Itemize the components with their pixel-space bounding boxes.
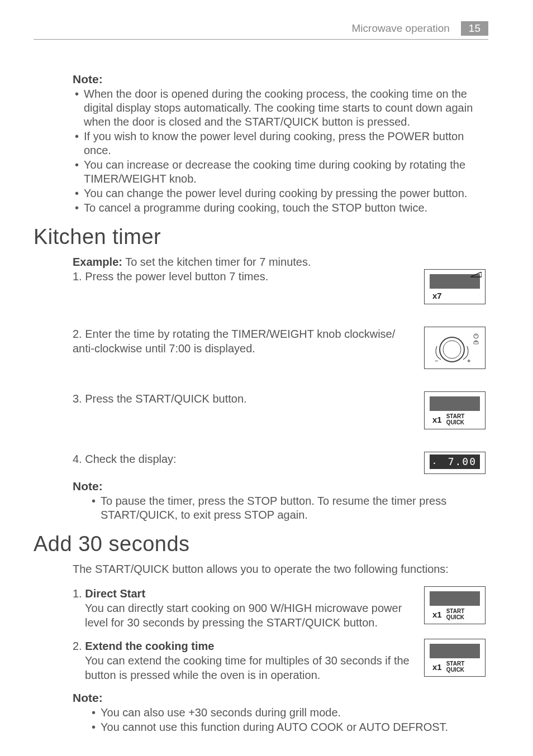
step-figure-knob: − + [421,327,488,369]
note-add30-item: You can also use +30 seconds during gril… [89,706,488,720]
note-label-kt: Note: [73,480,488,493]
timer-knob-icon: − + [427,331,483,365]
kitchen-timer-step: 2. Enter the time by rotating the TIMER/… [73,327,488,369]
startquick-line2: QUICK [446,419,465,425]
add30-intro: The START/QUICK button allows you to ope… [73,562,488,576]
step-text: 4. Check the display: [73,452,413,466]
note-label-add30: Note: [73,691,488,705]
startquick-line2: QUICK [446,667,465,673]
add30-title: Add 30 seconds [34,532,488,556]
note-top-item: If you wish to know the power level duri… [73,130,488,157]
svg-text:−: − [435,357,438,364]
press-count: x7 [432,291,442,300]
note-top-list: When the door is opened during the cooki… [73,87,488,215]
func-figure: x1 START QUICK [421,586,488,624]
step-body: Check the display: [85,453,176,465]
svg-text:+: + [467,357,470,364]
note-top-item: You can increase or decrease the cooking… [73,158,488,186]
example-text: To set the kitchen timer for 7 minutes. [122,256,311,268]
step-text: 3. Press the START/QUICK button. [73,391,413,406]
startquick-line2: QUICK [446,614,465,620]
note-add30-item: You cannot use this function during AUTO… [89,720,488,734]
step-num: 2. [73,328,82,340]
step-figure-button: x7 [421,269,488,304]
step-figure-startquick: x1 START QUICK [421,391,488,429]
func-text: You can directly start cooking on 900 W/… [73,601,411,630]
display-value: 7.00 [448,456,477,467]
svg-marker-0 [470,272,482,277]
kitchen-timer-example: Example: To set the kitchen timer for 7 … [73,255,488,269]
svg-point-2 [443,341,461,358]
kitchen-timer-title: Kitchen timer [34,225,488,249]
example-label: Example: [73,256,122,268]
func-text: You can extend the cooking time for mult… [73,653,411,682]
step-num: 4. [73,453,82,465]
press-count: x1 [432,610,442,619]
startquick-line1: START [446,413,465,419]
func-title: Extend the cooking time [85,640,214,652]
func-heading: 2. Extend the cooking time [73,639,411,653]
startquick-label: START QUICK [446,608,465,620]
step-body: Press the power level button 7 times. [85,270,268,283]
note-top-item: When the door is opened during the cooki… [73,87,488,129]
kitchen-timer-step: 1. Press the power level button 7 times.… [73,269,488,304]
step-num: 3. [73,393,82,405]
note-label-top: Note: [73,73,488,86]
func-heading: 1. Direct Start [73,586,411,601]
kitchen-timer-step: 3. Press the START/QUICK button. x1 STAR… [73,391,488,429]
func-title: Direct Start [85,587,145,600]
press-count: x1 [432,415,442,424]
svg-point-1 [440,337,464,362]
startquick-line1: START [446,661,465,667]
note-add30-list: You can also use +30 seconds during gril… [73,706,488,734]
page-number: 15 [461,21,488,36]
startquick-label: START QUICK [446,661,465,673]
func-num: 1. [73,587,82,600]
note-kt-item: To pause the timer, press the STOP butto… [89,494,488,522]
button-face [430,644,480,658]
step-body: Press the START/QUICK button. [85,393,246,405]
step-body: Enter the time by rotating the TIMER/WEI… [73,328,395,355]
button-face [430,591,480,606]
note-top-item: To cancel a programme during cooking, to… [73,201,488,215]
note-kt-list: To pause the timer, press the STOP butto… [73,494,488,522]
wedge-icon [470,272,482,277]
startquick-line1: START [446,608,465,614]
button-face [430,396,480,411]
step-text: 1. Press the power level button 7 times. [73,269,413,284]
kitchen-timer-step: 4. Check the display: •7.00 [73,452,488,474]
page-header: Microwave operation 15 [352,21,488,36]
note-top-item: You can change the power level during co… [73,186,488,200]
header-section: Microwave operation [352,22,450,35]
step-num: 1. [73,270,82,283]
add30-function: 1. Direct Start You can directly start c… [73,586,488,630]
step-text: 2. Enter the time by rotating the TIMER/… [73,327,413,356]
func-num: 2. [73,640,82,652]
header-rule [34,39,488,40]
digital-display: •7.00 [430,454,480,469]
startquick-label: START QUICK [446,413,465,425]
press-count: x1 [432,662,442,672]
func-figure: x1 START QUICK [421,639,488,677]
page-content: Note: When the door is opened during the… [73,73,488,735]
step-figure-display: •7.00 [421,452,488,474]
add30-function: 2. Extend the cooking time You can exten… [73,639,488,682]
